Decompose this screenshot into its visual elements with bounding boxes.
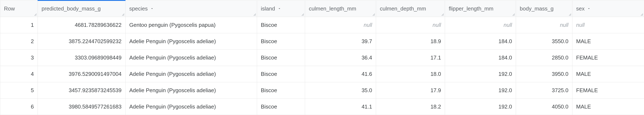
column-resize-handle[interactable] <box>512 13 515 16</box>
column-resize-handle[interactable] <box>640 13 644 16</box>
column-label: Row <box>4 6 15 12</box>
table-header: Rowpredicted_body_mass_gspeciesislandcul… <box>0 1 644 17</box>
svg-line-8 <box>373 14 375 16</box>
column-header-predicted_body_mass_g[interactable]: predicted_body_mass_g <box>38 1 126 17</box>
cell-species: Gentoo penguin (Pygoscelis papua) <box>126 17 257 33</box>
cell-culmen_length_mm: null <box>305 17 376 33</box>
column-header-culmen_depth_mm[interactable]: culmen_depth_mm <box>376 1 445 17</box>
svg-line-14 <box>569 14 571 16</box>
svg-line-3 <box>123 15 124 16</box>
cell-culmen_length_mm: 41.1 <box>305 98 376 115</box>
cell-island: Biscoe <box>257 33 305 49</box>
cell-row: 3 <box>0 49 38 66</box>
svg-line-5 <box>255 15 256 16</box>
svg-line-15 <box>570 15 571 16</box>
cell-predicted_body_mass_g: 3980.5849577261683 <box>38 98 126 115</box>
svg-line-16 <box>641 14 643 16</box>
cell-island: Biscoe <box>257 49 305 66</box>
cell-row: 6 <box>0 98 38 115</box>
column-resize-handle[interactable] <box>372 13 376 16</box>
svg-line-9 <box>374 15 375 16</box>
cell-flipper_length_mm: null <box>445 17 516 33</box>
cell-species: Adelie Penguin (Pygoscelis adeliae) <box>126 66 257 82</box>
column-header-sex[interactable]: sex <box>572 1 644 17</box>
column-resize-handle[interactable] <box>34 13 37 16</box>
column-resize-handle[interactable] <box>253 13 256 16</box>
cell-predicted_body_mass_g: 4681.78289636622 <box>38 17 126 33</box>
svg-line-10 <box>442 14 444 16</box>
cell-sex: MALE <box>572 66 644 82</box>
column-resize-handle[interactable] <box>301 13 304 16</box>
cell-predicted_body_mass_g: 3976.5290091497004 <box>38 66 126 82</box>
table-row[interactable]: 14681.78289636622Gentoo penguin (Pygosce… <box>0 17 644 33</box>
cell-predicted_body_mass_g: 3303.09689098449 <box>38 49 126 66</box>
cell-flipper_length_mm: 192.0 <box>445 98 516 115</box>
table-row[interactable]: 63980.5849577261683Adelie Penguin (Pygos… <box>0 98 644 115</box>
svg-line-7 <box>303 15 304 16</box>
cell-species: Adelie Penguin (Pygoscelis adeliae) <box>126 33 257 49</box>
cell-body_mass_g: 3725.0 <box>516 82 572 98</box>
svg-line-1 <box>36 15 36 16</box>
cell-island: Biscoe <box>257 98 305 115</box>
table-row[interactable]: 53457.9235873245539Adelie Penguin (Pygos… <box>0 82 644 98</box>
cell-body_mass_g: 4050.0 <box>516 98 572 115</box>
column-header-island[interactable]: island <box>257 1 305 17</box>
column-header-row[interactable]: Row <box>0 1 38 17</box>
cell-culmen_length_mm: 41.6 <box>305 66 376 82</box>
cell-row: 2 <box>0 33 38 49</box>
results-table: Rowpredicted_body_mass_gspeciesislandcul… <box>0 0 644 115</box>
cell-species: Adelie Penguin (Pygoscelis adeliae) <box>126 82 257 98</box>
cell-culmen_length_mm: 39.7 <box>305 33 376 49</box>
column-header-species[interactable]: species <box>126 1 257 17</box>
sort-dropdown-icon[interactable] <box>587 6 591 12</box>
column-resize-handle[interactable] <box>568 13 572 16</box>
cell-row: 1 <box>0 17 38 33</box>
cell-culmen_depth_mm: 18.9 <box>376 33 445 49</box>
cell-body_mass_g: 3950.0 <box>516 66 572 82</box>
cell-culmen_depth_mm: 18.0 <box>376 66 445 82</box>
cell-flipper_length_mm: 184.0 <box>445 33 516 49</box>
cell-culmen_length_mm: 35.0 <box>305 82 376 98</box>
cell-body_mass_g: 2850.0 <box>516 49 572 66</box>
data-table: Rowpredicted_body_mass_gspeciesislandcul… <box>0 0 644 115</box>
column-label: species <box>129 6 148 12</box>
column-resize-handle[interactable] <box>441 13 444 16</box>
cell-island: Biscoe <box>257 82 305 98</box>
column-label: island <box>261 6 275 12</box>
column-label: sex <box>576 6 584 12</box>
column-label: culmen_depth_mm <box>380 6 426 12</box>
cell-body_mass_g: null <box>516 17 572 33</box>
cell-flipper_length_mm: 192.0 <box>445 66 516 82</box>
column-header-culmen_length_mm[interactable]: culmen_length_mm <box>305 1 376 17</box>
cell-predicted_body_mass_g: 3875.2244702599232 <box>38 33 126 49</box>
column-label: flipper_length_mm <box>449 6 494 12</box>
cell-sex: null <box>572 17 644 33</box>
column-resize-handle[interactable] <box>122 13 125 16</box>
cell-culmen_depth_mm: 17.1 <box>376 49 445 66</box>
column-header-body_mass_g[interactable]: body_mass_g <box>516 1 572 17</box>
cell-predicted_body_mass_g: 3457.9235873245539 <box>38 82 126 98</box>
svg-line-6 <box>302 14 304 16</box>
sort-dropdown-icon[interactable] <box>278 6 281 12</box>
cell-sex: MALE <box>572 33 644 49</box>
table-row[interactable]: 33303.09689098449Adelie Penguin (Pygosce… <box>0 49 644 66</box>
svg-line-11 <box>443 15 444 16</box>
cell-culmen_depth_mm: 18.2 <box>376 98 445 115</box>
table-row[interactable]: 43976.5290091497004Adelie Penguin (Pygos… <box>0 66 644 82</box>
svg-line-13 <box>514 15 515 16</box>
cell-species: Adelie Penguin (Pygoscelis adeliae) <box>126 98 257 115</box>
cell-flipper_length_mm: 184.0 <box>445 49 516 66</box>
cell-row: 4 <box>0 66 38 82</box>
table-row[interactable]: 23875.2244702599232Adelie Penguin (Pygos… <box>0 33 644 49</box>
cell-species: Adelie Penguin (Pygoscelis adeliae) <box>126 49 257 66</box>
cell-row: 5 <box>0 82 38 98</box>
svg-line-12 <box>513 14 515 16</box>
svg-line-2 <box>122 14 124 16</box>
cell-sex: FEMALE <box>572 49 644 66</box>
table-body: 14681.78289636622Gentoo penguin (Pygosce… <box>0 17 644 115</box>
cell-culmen_length_mm: 36.4 <box>305 49 376 66</box>
column-header-flipper_length_mm[interactable]: flipper_length_mm <box>445 1 516 17</box>
sort-dropdown-icon[interactable] <box>150 6 154 12</box>
column-label: body_mass_g <box>520 6 554 12</box>
cell-island: Biscoe <box>257 17 305 33</box>
